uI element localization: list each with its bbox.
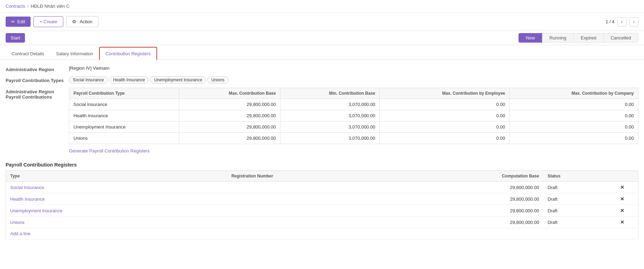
breadcrumb: Contracts / HĐLĐ Nhân viên C: [6, 4, 70, 9]
pcr-type-cell[interactable]: Social Insurance: [6, 182, 227, 193]
breadcrumb-parent[interactable]: Contracts: [6, 4, 25, 9]
contrib-type-cell: Unemployment Insurance: [69, 121, 179, 133]
payroll-contribution-types-row: Payroll Contribution Types Social Insura…: [6, 76, 638, 83]
contrib-max-company-cell: 0.00: [510, 110, 638, 121]
tab-contract-details[interactable]: Contract Details: [6, 47, 50, 60]
breadcrumb-separator: /: [27, 4, 29, 9]
delete-button[interactable]: ✕: [620, 208, 624, 213]
admin-region-row: Administrative Region [Region IV] Vietna…: [6, 65, 638, 72]
pcr-compbase-cell: 29,800,000.00: [449, 193, 543, 205]
tab-salary-information[interactable]: Salary Information: [50, 47, 99, 60]
pagination-next-button[interactable]: ›: [629, 17, 638, 26]
tag-social-insurance: Social Insurance: [69, 76, 108, 83]
pcr-table-row: Social Insurance 29,800,000.00 Draft ✕: [6, 182, 638, 193]
pcr-type-cell[interactable]: Unemployment Insurance: [6, 205, 227, 217]
pcr-regnumber-cell: [227, 205, 449, 217]
tag-unions: Unions: [207, 76, 228, 83]
status-step-expired[interactable]: Expired: [573, 33, 604, 43]
status-steps: New Running Expired Cancelled: [519, 33, 638, 43]
pcr-delete-cell[interactable]: ✕: [607, 193, 638, 205]
status-step-running[interactable]: Running: [542, 33, 574, 43]
pcr-table: Type Registration Number Computation Bas…: [6, 170, 638, 239]
contrib-type-cell: Health Insurance: [69, 110, 179, 121]
pcr-table-row: Health Insurance 29,800,000.00 Draft ✕: [6, 193, 638, 205]
pcr-type-cell[interactable]: Unions: [6, 217, 227, 228]
add-line-cell[interactable]: Add a line: [6, 228, 638, 239]
tag-list: Social Insurance Health Insurance Unempl…: [69, 76, 638, 83]
col-max-employee-header: Max. Contribution by Employee: [380, 88, 510, 99]
contrib-max-company-cell: 0.00: [510, 121, 638, 133]
pcr-delete-cell[interactable]: ✕: [607, 217, 638, 228]
status-step-cancelled[interactable]: Cancelled: [603, 33, 638, 43]
contrib-max-base-cell: 29,800,000.00: [179, 133, 281, 144]
create-button[interactable]: + Create: [33, 16, 63, 27]
contrib-type-cell: Social Insurance: [69, 99, 179, 110]
main-content: Administrative Region [Region IV] Vietna…: [0, 60, 644, 245]
pcr-col-type-header: Type: [6, 171, 227, 182]
edit-button[interactable]: ✏ Edit: [6, 17, 31, 27]
tag-health-insurance: Health Insurance: [109, 76, 149, 83]
generate-payroll-link[interactable]: Generate Payroll Contribution Registers: [69, 148, 150, 154]
toolbar-right: 1 / 4 ‹ ›: [606, 17, 638, 26]
contrib-max-base-cell: 29,800,000.00: [179, 121, 281, 133]
pcr-regnumber-cell: [227, 217, 449, 228]
contrib-type-cell: Unions: [69, 133, 179, 144]
pagination-prev-button[interactable]: ‹: [617, 17, 626, 26]
contrib-max-employee-cell: 0.00: [380, 99, 510, 110]
pagination-info: 1 / 4: [606, 19, 614, 24]
breadcrumb-bar: Contracts / HĐLĐ Nhân viên C: [0, 0, 644, 13]
pcr-delete-cell[interactable]: ✕: [607, 205, 638, 217]
contrib-min-base-cell: 3,070,000.00: [280, 99, 380, 110]
action-button[interactable]: ⚙ Action: [66, 16, 98, 27]
start-button[interactable]: Start: [6, 33, 25, 43]
pcr-status-cell: Draft: [543, 182, 607, 193]
contrib-max-base-cell: 29,800,000.00: [179, 110, 281, 121]
col-max-base-header: Max. Contribution Base: [179, 88, 281, 99]
delete-button[interactable]: ✕: [620, 184, 624, 190]
contrib-max-employee-cell: 0.00: [380, 121, 510, 133]
tag-unemployment-insurance: Unemployment Insurance: [150, 76, 206, 83]
admin-region-value: [Region IV] Vietnam: [69, 65, 638, 71]
pcr-status-cell: Draft: [543, 193, 607, 205]
table-header-row: Payroll Contribution Type Max. Contribut…: [69, 88, 638, 99]
pcr-compbase-cell: 29,800,000.00: [449, 205, 543, 217]
pcr-status-cell: Draft: [543, 205, 607, 217]
pcr-delete-cell[interactable]: ✕: [607, 182, 638, 193]
add-line-row[interactable]: Add a line: [6, 228, 638, 239]
admin-region-label: Administrative Region: [6, 65, 69, 72]
pcr-col-action-header: [607, 171, 638, 182]
status-bar: Start New Running Expired Cancelled: [0, 31, 644, 45]
contrib-max-employee-cell: 0.00: [380, 110, 510, 121]
delete-button[interactable]: ✕: [620, 219, 624, 225]
admin-region-contributions-label: Administrative Region Payroll Contributi…: [6, 88, 69, 100]
pcr-col-compbase-header: Computation Base: [449, 171, 543, 182]
table-row: Social Insurance 29,800,000.00 3,070,000…: [69, 99, 638, 110]
pcr-regnumber-cell: [227, 193, 449, 205]
table-row: Unemployment Insurance 29,800,000.00 3,0…: [69, 121, 638, 133]
toolbar-left: ✏ Edit + Create ⚙ Action: [6, 16, 98, 27]
delete-button[interactable]: ✕: [620, 196, 624, 202]
contrib-min-base-cell: 3,070,000.00: [280, 121, 380, 133]
pcr-type-cell[interactable]: Health Insurance: [6, 193, 227, 205]
pcr-compbase-cell: 29,800,000.00: [449, 182, 543, 193]
gear-icon: ⚙: [72, 19, 76, 24]
admin-region-contributions-table-wrapper: Payroll Contribution Type Max. Contribut…: [69, 88, 638, 144]
table-row: Health Insurance 29,800,000.00 3,070,000…: [69, 110, 638, 121]
contrib-max-company-cell: 0.00: [510, 133, 638, 144]
pcr-col-status-header: Status: [543, 171, 607, 182]
col-type-header: Payroll Contribution Type: [69, 88, 179, 99]
breadcrumb-current: HĐLĐ Nhân viên C: [31, 4, 70, 9]
tab-contribution-registers[interactable]: Contribution Registers: [99, 47, 157, 60]
pcr-table-row: Unions 29,800,000.00 Draft ✕: [6, 217, 638, 228]
pcr-title: Payroll Contribution Registers: [6, 162, 638, 168]
generate-link-wrapper: Generate Payroll Contribution Registers: [69, 148, 638, 154]
pcr-table-row: Unemployment Insurance 29,800,000.00 Dra…: [6, 205, 638, 217]
tabs: Contract Details Salary Information Cont…: [0, 45, 644, 60]
contrib-min-base-cell: 3,070,000.00: [280, 133, 380, 144]
contrib-max-company-cell: 0.00: [510, 99, 638, 110]
table-row: Unions 29,800,000.00 3,070,000.00 0.00 0…: [69, 133, 638, 144]
pcr-section: Payroll Contribution Registers Type Regi…: [6, 162, 638, 239]
pencil-icon: ✏: [11, 19, 15, 24]
status-step-new[interactable]: New: [519, 33, 542, 43]
contrib-max-base-cell: 29,800,000.00: [179, 99, 281, 110]
